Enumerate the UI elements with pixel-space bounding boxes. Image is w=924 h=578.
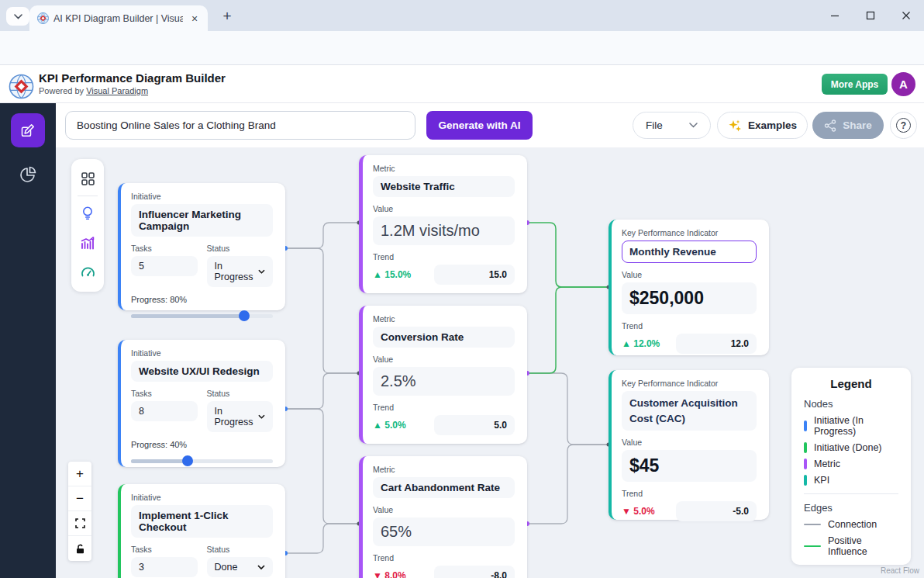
- zoom-in-button[interactable]: +: [68, 462, 91, 486]
- slider-thumb[interactable]: [239, 310, 250, 321]
- chevron-down-icon: [257, 565, 265, 569]
- legend-item: KPI: [804, 475, 898, 486]
- legend-item: Connection: [804, 519, 898, 530]
- sidebar-item-editor[interactable]: [11, 113, 45, 147]
- left-sidebar: [0, 103, 56, 578]
- lock-open-icon: [75, 544, 85, 554]
- metric-name[interactable]: Website Traffic: [373, 176, 515, 197]
- chevron-down-icon: [258, 414, 265, 419]
- window-close-button[interactable]: [895, 6, 918, 25]
- chevron-down-icon: [258, 269, 265, 274]
- lock-button[interactable]: [68, 536, 91, 561]
- page-title: KPI Performance Diagram Builder: [39, 71, 226, 85]
- node-palette: [71, 159, 104, 292]
- progress-slider[interactable]: [131, 310, 273, 321]
- new-tab-button[interactable]: +: [217, 7, 237, 26]
- file-menu-button[interactable]: File: [633, 112, 711, 139]
- positive-influence-edges: [527, 223, 609, 373]
- metric-value[interactable]: 65%: [373, 517, 515, 546]
- app-logo: [9, 74, 34, 99]
- metric-value[interactable]: 1.2M visits/mo: [373, 216, 515, 245]
- generate-with-ai-button[interactable]: Generate with AI: [426, 111, 533, 140]
- zoom-out-button[interactable]: −: [68, 486, 91, 511]
- initiative-name[interactable]: Implement 1-Click Checkout: [131, 505, 273, 538]
- trend-value-input[interactable]: -8.0: [434, 566, 515, 578]
- tasks-input[interactable]: 3: [131, 557, 198, 577]
- progress-label: Progress: 40%: [131, 440, 273, 449]
- react-flow-attribution: React Flow: [881, 566, 919, 575]
- grid-icon: [81, 171, 95, 186]
- legend-item: Initiative (In Progress): [804, 415, 898, 437]
- examples-button[interactable]: Examples: [717, 112, 808, 139]
- progress-slider[interactable]: [131, 455, 273, 466]
- canvas-controls: + −: [68, 462, 91, 561]
- trend-value-input[interactable]: 5.0: [434, 415, 515, 435]
- edit-pencil-icon: [20, 123, 36, 138]
- browser-tab-strip: AI KPI Diagram Builder | Visualiz × +: [0, 0, 924, 31]
- powered-by: Powered by Visual Paradigm: [39, 86, 148, 95]
- metric-name[interactable]: Cart Abandonment Rate: [373, 477, 515, 498]
- trend-value-input[interactable]: 15.0: [434, 265, 515, 285]
- more-apps-button[interactable]: More Apps: [822, 74, 888, 95]
- legend-title: Legend: [804, 377, 898, 390]
- chevron-down-icon: [14, 14, 22, 19]
- kpi-name-input[interactable]: [622, 241, 757, 263]
- tab-close-icon[interactable]: ×: [188, 12, 202, 26]
- metric-value[interactable]: 2.5%: [373, 367, 515, 396]
- browser-tab[interactable]: AI KPI Diagram Builder | Visualiz ×: [29, 5, 208, 31]
- tab-search-button[interactable]: [6, 7, 29, 26]
- palette-metric-button[interactable]: [71, 228, 104, 258]
- gauge-icon: [80, 265, 96, 281]
- trend-badge: ▲ 12.0%: [622, 338, 660, 349]
- trend-value-input[interactable]: 12.0: [676, 334, 757, 354]
- window-maximize-button[interactable]: [859, 6, 882, 25]
- app-user-avatar[interactable]: A: [891, 72, 915, 96]
- legend-panel: Legend Nodes Initiative (In Progress) In…: [791, 368, 911, 565]
- metric-node-1[interactable]: Metric Website Traffic Value 1.2M visits…: [359, 155, 527, 293]
- close-icon: [902, 11, 911, 20]
- tasks-input[interactable]: 8: [131, 401, 198, 421]
- window-minimize-button[interactable]: [823, 6, 846, 25]
- status-select[interactable]: In Progress: [207, 401, 274, 432]
- metric-chart-icon: [80, 235, 95, 251]
- initiative-node-2[interactable]: Initiative Website UX/UI Redesign Tasks …: [118, 340, 285, 467]
- metric-node-3[interactable]: Metric Cart Abandonment Rate Value 65% T…: [359, 456, 527, 578]
- kpi-value[interactable]: $250,000: [622, 282, 757, 314]
- maximize-icon: [866, 11, 875, 20]
- favicon-icon: [37, 12, 49, 24]
- initiative-node-3[interactable]: Initiative Implement 1-Click Checkout Ta…: [118, 484, 285, 578]
- kpi-node-2[interactable]: Key Performance Indicator Customer Acqui…: [609, 370, 769, 520]
- metric-node-2[interactable]: Metric Conversion Rate Value 2.5% Trend …: [359, 306, 527, 444]
- initiative-name[interactable]: Influencer Marketing Campaign: [131, 204, 273, 237]
- palette-grid-button[interactable]: [71, 164, 104, 193]
- share-button[interactable]: Share: [812, 112, 884, 139]
- slider-thumb[interactable]: [182, 455, 193, 466]
- trend-badge: ▲ 15.0%: [373, 269, 411, 280]
- trend-value-input[interactable]: -5.0: [676, 501, 757, 521]
- tasks-input[interactable]: 5: [131, 256, 198, 276]
- palette-divider: [78, 196, 98, 196]
- metric-name[interactable]: Conversion Rate: [373, 327, 515, 348]
- visual-paradigm-link[interactable]: Visual Paradigm: [86, 86, 148, 95]
- initiative-name[interactable]: Website UX/UI Redesign: [131, 361, 273, 382]
- palette-kpi-button[interactable]: [71, 258, 104, 287]
- sidebar-item-charts[interactable]: [19, 165, 37, 184]
- status-select[interactable]: In Progress: [207, 256, 274, 287]
- chevron-down-icon: [689, 123, 698, 128]
- prompt-input[interactable]: [65, 111, 415, 140]
- fit-view-icon: [75, 518, 85, 528]
- kpi-node-1[interactable]: Key Performance Indicator Value $250,000…: [609, 220, 769, 355]
- palette-initiative-button[interactable]: [71, 199, 104, 228]
- status-select[interactable]: Done: [207, 557, 274, 577]
- diagram-canvas[interactable]: Initiative Influencer Marketing Campaign…: [56, 147, 924, 578]
- tab-title: AI KPI Diagram Builder | Visualiz: [53, 13, 183, 24]
- fit-view-button[interactable]: [68, 511, 91, 536]
- pie-chart-icon: [19, 165, 37, 184]
- initiative-node-1[interactable]: Initiative Influencer Marketing Campaign…: [118, 183, 285, 310]
- help-button[interactable]: ?: [890, 112, 917, 139]
- kpi-name[interactable]: Customer Acquisition Cost (CAC): [622, 391, 757, 431]
- trend-badge: ▼ 8.0%: [373, 570, 406, 578]
- minimize-icon: [830, 11, 840, 20]
- kpi-value[interactable]: $45: [622, 450, 757, 482]
- trend-badge: ▲ 5.0%: [373, 420, 406, 431]
